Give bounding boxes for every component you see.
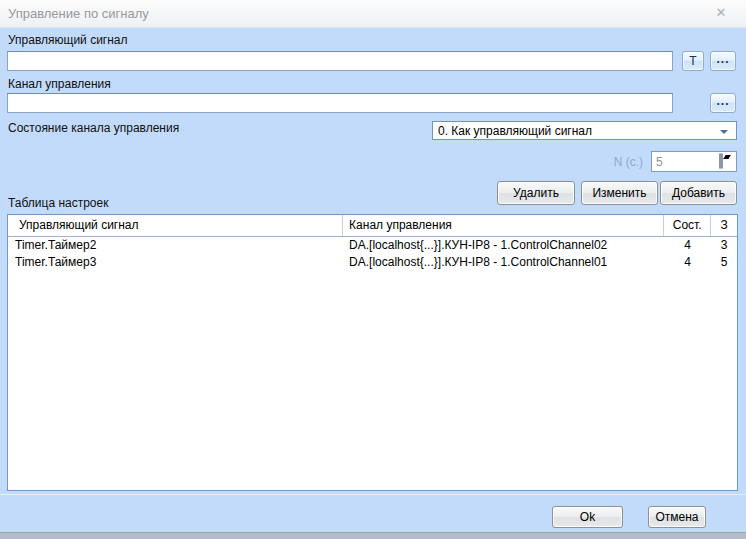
table-row[interactable]: Timer.Таймер2 DA.[localhost{...}].КУН-IP… xyxy=(8,237,737,254)
cell-channel: DA.[localhost{...}].КУН-IP8 - 1.ControlC… xyxy=(343,254,664,271)
footer-separator xyxy=(0,494,746,495)
cell-channel: DA.[localhost{...}].КУН-IP8 - 1.ControlC… xyxy=(343,237,664,254)
control-channel-input[interactable] xyxy=(7,93,673,113)
delete-button[interactable]: Удалить xyxy=(497,181,575,205)
add-button[interactable]: Добавить xyxy=(660,181,737,205)
settings-table-caption: Таблица настроек xyxy=(8,196,108,210)
column-header-control-signal[interactable]: Управляющий сигнал xyxy=(8,215,343,236)
channel-state-dropdown[interactable]: 0. Как управляющий сигнал xyxy=(432,121,737,140)
column-header-z[interactable]: З xyxy=(711,215,737,236)
column-header-state[interactable]: Сост. xyxy=(664,215,711,236)
spin-buttons xyxy=(719,154,734,169)
dialog-window: Управление по сигналу ✕ Управляющий сигн… xyxy=(0,0,746,539)
settings-table: Управляющий сигнал Канал управления Сост… xyxy=(7,214,738,491)
channel-state-label: Состояние канала управления xyxy=(8,121,179,135)
dropdown-arrow-icon xyxy=(720,130,728,134)
cell-state: 4 xyxy=(664,254,711,271)
cell-signal: Timer.Таймер2 xyxy=(8,237,343,254)
control-signal-label: Управляющий сигнал xyxy=(8,33,128,47)
ellipsis-icon: ... xyxy=(716,52,729,66)
channel-state-value: 0. Как управляющий сигнал xyxy=(438,124,592,138)
ok-button[interactable]: Ok xyxy=(552,506,623,528)
spin-down-icon xyxy=(725,155,731,159)
window-title: Управление по сигналу xyxy=(8,6,149,21)
cell-z: 5 xyxy=(711,254,737,271)
browse-channel-button[interactable]: ... xyxy=(710,93,736,113)
cell-z: 3 xyxy=(711,237,737,254)
n-seconds-spinner: 5 xyxy=(651,151,737,172)
browse-signal-button[interactable]: ... xyxy=(710,51,736,71)
control-signal-input[interactable] xyxy=(7,51,673,71)
table-row[interactable]: Timer.Таймер3 DA.[localhost{...}].КУН-IP… xyxy=(8,254,737,271)
table-header-row: Управляющий сигнал Канал управления Сост… xyxy=(8,215,737,237)
n-seconds-label: N (с.) xyxy=(500,155,643,169)
ellipsis-icon: ... xyxy=(716,94,729,108)
n-seconds-value: 5 xyxy=(656,155,663,169)
control-channel-label: Канал управления xyxy=(8,77,111,91)
edit-button[interactable]: Изменить xyxy=(581,181,658,205)
title-bar: Управление по сигналу ✕ xyxy=(0,0,746,28)
close-icon[interactable]: ✕ xyxy=(712,4,730,21)
column-header-control-channel[interactable]: Канал управления xyxy=(343,215,664,236)
cell-signal: Timer.Таймер3 xyxy=(8,254,343,271)
t-button[interactable]: Т xyxy=(682,51,704,71)
window-bottom-edge xyxy=(0,532,746,539)
spin-down-button[interactable] xyxy=(721,153,723,169)
cancel-button[interactable]: Отмена xyxy=(648,506,706,528)
cell-state: 4 xyxy=(664,237,711,254)
